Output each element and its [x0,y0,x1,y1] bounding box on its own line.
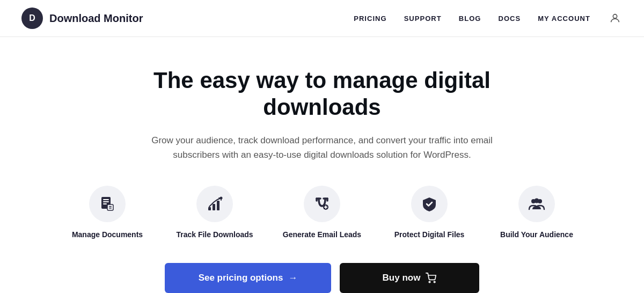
feature-protect-files: Protect Digital Files [376,186,483,239]
see-pricing-label: See pricing options [199,273,283,283]
magnet-icon [313,195,331,213]
pricing-arrow-icon: → [288,273,297,283]
chart-icon [206,195,223,213]
protect-files-label: Protect Digital Files [394,230,465,239]
buy-now-button[interactable]: Buy now [340,263,479,293]
svg-point-0 [613,14,617,18]
protect-files-icon-circle [411,186,448,222]
email-leads-label: Generate Email Leads [283,230,361,239]
build-audience-icon-circle [518,186,555,222]
manage-documents-label: Manage Documents [72,230,143,239]
hero-title: The easy way to manage digital downloads [102,67,542,121]
cta-buttons: See pricing options → Buy now [165,263,479,293]
see-pricing-button[interactable]: See pricing options → [165,263,331,293]
nav-docs[interactable]: DOCS [498,14,521,23]
svg-point-21 [535,199,539,203]
nav-pricing[interactable]: PRICING [354,14,386,23]
svg-point-23 [434,282,436,283]
nav-blog[interactable]: BLOG [459,14,481,23]
svg-rect-2 [103,199,109,200]
svg-rect-6 [109,206,112,207]
hero-subtitle: Grow your audience, track download perfo… [145,133,499,162]
track-downloads-label: Track File Downloads [176,230,253,239]
user-account-icon[interactable] [608,11,623,26]
hero-section: The easy way to manage digital downloads… [0,37,644,293]
feature-build-audience: Build Your Audience [483,186,590,239]
feature-track-downloads: Track File Downloads [161,186,268,239]
svg-rect-9 [213,204,215,210]
manage-documents-icon-circle [89,186,126,222]
nav-support[interactable]: SUPPORT [404,14,442,23]
svg-rect-7 [109,208,112,209]
features-row: Manage Documents Track File Downloads [54,186,590,239]
svg-rect-8 [208,207,211,210]
svg-point-22 [429,282,431,283]
main-nav: PRICING SUPPORT BLOG DOCS MY ACCOUNT [354,11,623,26]
shield-icon [421,195,438,213]
logo-icon: D [21,8,43,29]
email-leads-icon-circle [304,186,340,222]
svg-rect-10 [217,201,219,210]
svg-rect-3 [103,201,109,202]
header: D Download Monitor PRICING SUPPORT BLOG … [0,0,644,37]
buy-now-label: Buy now [383,273,421,283]
feature-manage-documents: Manage Documents [54,186,161,239]
feature-email-leads: Generate Email Leads [268,186,376,239]
svg-rect-4 [103,203,107,204]
site-title: Download Monitor [49,12,143,25]
svg-rect-5 [107,204,113,210]
nav-my-account[interactable]: MY ACCOUNT [538,14,590,23]
document-icon [99,195,116,213]
track-downloads-icon-circle [196,186,233,222]
cart-icon [426,273,436,283]
logo-area: D Download Monitor [21,8,143,29]
build-audience-label: Build Your Audience [500,230,573,239]
people-icon [528,195,545,213]
